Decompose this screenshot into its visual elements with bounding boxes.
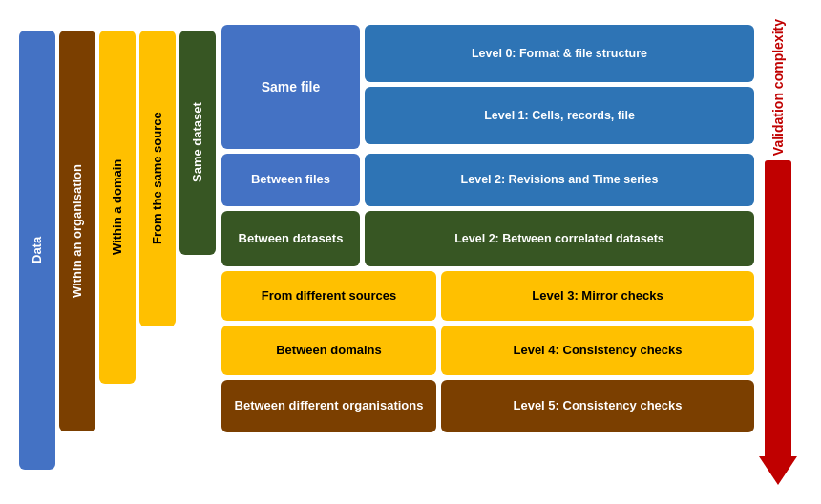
level4: Level 4: Consistency checks: [441, 326, 754, 375]
diagram-container: Data Within an organisation Within a dom…: [10, 10, 811, 494]
row-from-different-sources: From different sources Level 3: Mirror c…: [221, 271, 754, 321]
from-different-sources: From different sources: [221, 271, 436, 321]
right-content: Same file Level 0: Format & file structu…: [221, 19, 754, 485]
arrow-shaft: [765, 160, 791, 456]
arrow-head: [759, 456, 797, 485]
level3: Level 3: Mirror checks: [441, 271, 754, 321]
level1: Level 1: Cells, records, file: [365, 87, 754, 144]
data-label: Data: [19, 31, 55, 470]
row-between-diff-orgs: Between different organisations Level 5:…: [221, 380, 754, 432]
row-between-domains: Between domains Level 4: Consistency che…: [221, 326, 754, 375]
validation-complexity-arrow: Validation complexity: [754, 19, 802, 485]
validation-complexity-label: Validation complexity: [770, 19, 786, 156]
level5: Level 5: Consistency checks: [441, 380, 754, 432]
main-area: Data Within an organisation Within a dom…: [19, 19, 802, 485]
between-files: Between files: [221, 154, 360, 206]
between-diff-orgs: Between different organisations: [221, 380, 436, 432]
same-dataset-label: Same dataset: [179, 31, 216, 255]
between-datasets: Between datasets: [221, 211, 360, 266]
from-same-source-label: From the same source: [139, 31, 176, 326]
level2a: Level 2: Revisions and Time series: [365, 154, 754, 206]
row-between-datasets: Between datasets Level 2: Between correl…: [221, 211, 754, 266]
vertical-labels: Data Within an organisation Within a dom…: [19, 19, 216, 485]
same-file: Same file: [221, 25, 360, 149]
row-between-files: Between files Level 2: Revisions and Tim…: [221, 154, 754, 206]
between-domains: Between domains: [221, 326, 436, 375]
level2b: Level 2: Between correlated datasets: [365, 211, 754, 266]
level0: Level 0: Format & file structure: [365, 25, 754, 82]
within-org-label: Within an organisation: [59, 31, 95, 431]
within-domain-label: Within a domain: [99, 31, 136, 384]
